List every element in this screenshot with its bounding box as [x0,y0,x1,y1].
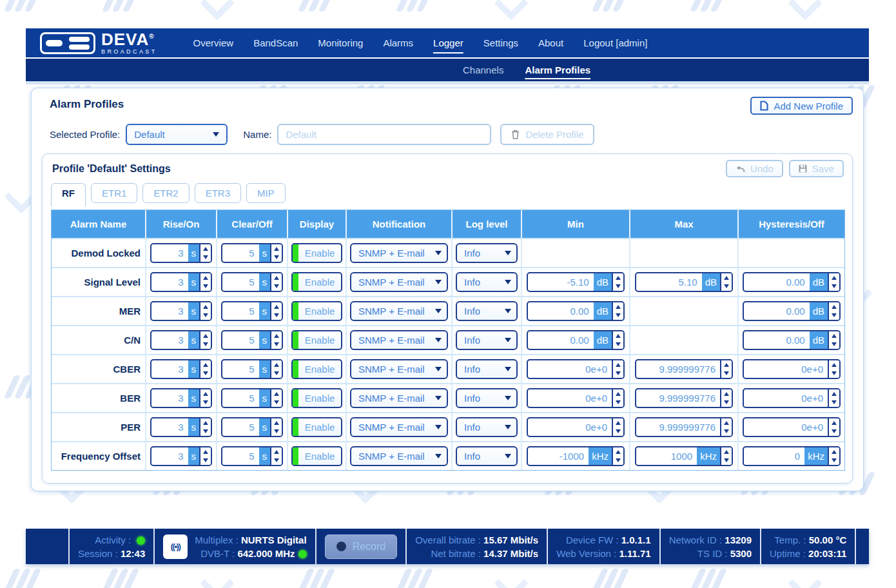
log-level-select[interactable]: Info [456,330,518,350]
spin-down-icon[interactable] [271,427,282,436]
notification-select[interactable]: SNMP + E-mail [350,417,448,437]
spin-up-icon[interactable] [613,447,623,456]
add-new-profile-button[interactable]: Add New Profile [750,97,853,115]
min-input[interactable]: -5.10dB [527,272,625,292]
nav-item-bandscan[interactable]: BandScan [253,36,298,50]
spin-down-icon[interactable] [271,340,282,349]
spin-down-icon[interactable] [271,311,282,320]
spin-down-icon[interactable] [613,282,623,291]
spin-up-icon[interactable] [200,360,211,369]
record-button[interactable]: Record [325,534,398,559]
nav-item-overview[interactable]: Overview [193,36,234,50]
nav-item-alarms[interactable]: Alarms [383,36,413,50]
log-level-select[interactable]: Info [456,359,518,379]
rise-on-input[interactable]: 3s [150,243,212,263]
spin-up-icon[interactable] [721,447,732,456]
clear-off-input[interactable]: 5s [221,330,283,350]
spin-down-icon[interactable] [829,427,839,436]
spin-down-icon[interactable] [721,456,732,466]
spin-down-icon[interactable] [613,311,623,320]
spin-up-icon[interactable] [613,418,623,427]
log-level-select[interactable]: Info [456,243,518,263]
spin-down-icon[interactable] [200,456,211,466]
log-level-select[interactable]: Info [456,417,518,437]
spin-down-icon[interactable] [271,369,282,378]
spin-up-icon[interactable] [200,273,211,282]
spin-down-icon[interactable] [200,340,211,349]
spin-down-icon[interactable] [829,398,839,407]
spin-down-icon[interactable] [200,311,211,320]
rise-on-input[interactable]: 3s [150,446,212,466]
spin-up-icon[interactable] [613,331,623,340]
notification-select[interactable]: SNMP + E-mail [350,446,448,466]
max-input[interactable]: 5.10dB [635,272,733,292]
spin-up-icon[interactable] [829,302,839,311]
rise-on-input[interactable]: 3s [150,417,212,437]
notification-select[interactable]: SNMP + E-mail [350,272,448,292]
tab-mip[interactable]: MIP [246,183,286,203]
display-enable-button[interactable]: Enable [291,417,342,437]
spin-down-icon[interactable] [613,398,623,407]
min-input[interactable]: 0e+0 [527,388,625,408]
rise-on-input[interactable]: 3s [150,272,212,292]
max-input[interactable]: 1000kHz [635,446,733,466]
spin-up-icon[interactable] [271,273,282,282]
spin-down-icon[interactable] [829,456,839,466]
spin-down-icon[interactable] [271,398,282,407]
log-level-select[interactable]: Info [456,388,518,408]
rise-on-input[interactable]: 3s [150,359,212,379]
nav-item-monitoring[interactable]: Monitoring [318,36,363,50]
spin-up-icon[interactable] [829,273,839,282]
spin-down-icon[interactable] [829,282,839,291]
spin-up-icon[interactable] [200,418,211,427]
save-button[interactable]: Save [789,160,844,177]
min-input[interactable]: 0e+0 [527,359,625,379]
log-level-select[interactable]: Info [456,272,518,292]
spin-up-icon[interactable] [271,389,282,398]
spin-down-icon[interactable] [613,369,623,378]
spin-down-icon[interactable] [829,369,839,378]
spin-down-icon[interactable] [271,282,282,291]
max-input[interactable]: 9.999999776 [635,359,733,379]
clear-off-input[interactable]: 5s [221,417,283,437]
tab-rf[interactable]: RF [51,183,86,206]
rise-on-input[interactable]: 3s [150,301,212,321]
spin-up-icon[interactable] [829,447,839,456]
spin-down-icon[interactable] [829,340,839,349]
spin-up-icon[interactable] [829,389,839,398]
notification-select[interactable]: SNMP + E-mail [350,388,448,408]
hysteresis-input[interactable]: 0.00dB [743,272,841,292]
profile-name-input[interactable] [277,124,491,145]
spin-up-icon[interactable] [613,302,623,311]
tab-etr2[interactable]: ETR2 [142,183,189,203]
subnav-item-alarm-profiles[interactable]: Alarm Profiles [525,64,590,75]
spin-up-icon[interactable] [200,389,211,398]
spin-up-icon[interactable] [271,447,282,456]
spin-up-icon[interactable] [613,360,623,369]
display-enable-button[interactable]: Enable [291,446,342,466]
spin-up-icon[interactable] [200,447,211,456]
spin-up-icon[interactable] [613,389,623,398]
spin-up-icon[interactable] [829,418,839,427]
spin-down-icon[interactable] [613,456,623,466]
display-enable-button[interactable]: Enable [291,359,342,379]
spin-down-icon[interactable] [200,282,211,291]
clear-off-input[interactable]: 5s [221,272,283,292]
spin-up-icon[interactable] [200,244,211,253]
max-input[interactable]: 9.999999776 [635,388,733,408]
hysteresis-input[interactable]: 0e+0 [743,388,841,408]
clear-off-input[interactable]: 5s [221,388,283,408]
spin-down-icon[interactable] [721,369,732,378]
spin-down-icon[interactable] [271,456,282,466]
tab-etr3[interactable]: ETR3 [195,183,241,203]
spin-up-icon[interactable] [271,244,282,253]
spin-up-icon[interactable] [271,418,282,427]
spin-down-icon[interactable] [721,282,732,291]
notification-select[interactable]: SNMP + E-mail [350,243,448,263]
log-level-select[interactable]: Info [456,301,518,321]
display-enable-button[interactable]: Enable [291,243,342,263]
spin-up-icon[interactable] [271,302,282,311]
spin-up-icon[interactable] [721,389,732,398]
spin-down-icon[interactable] [271,253,282,262]
selected-profile-dropdown[interactable]: Default [126,124,228,145]
